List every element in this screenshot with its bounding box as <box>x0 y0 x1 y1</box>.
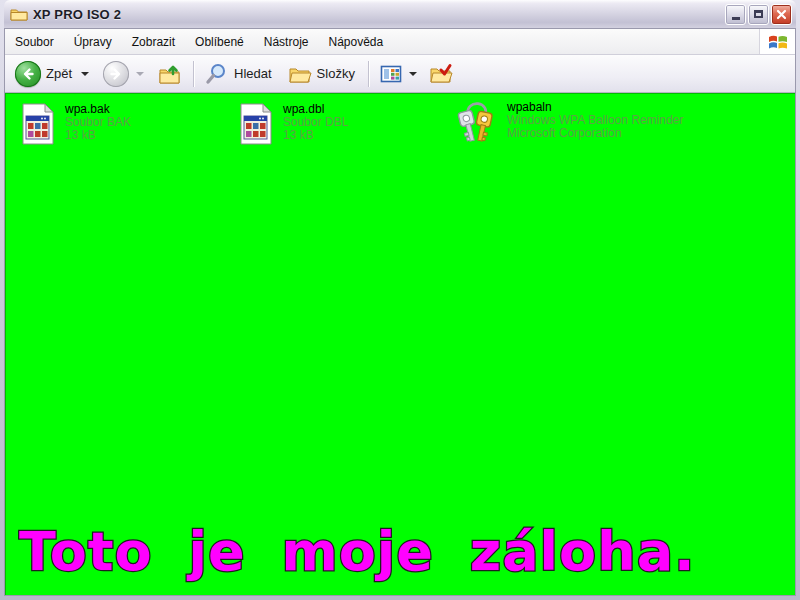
menu-oblibene[interactable]: Oblíbené <box>185 29 254 54</box>
folders-icon <box>288 62 312 86</box>
menu-zobrazit[interactable]: Zobrazit <box>122 29 185 54</box>
keys-icon <box>455 101 497 145</box>
toolbar: Zpět <box>5 55 795 93</box>
back-label: Zpět <box>46 66 74 81</box>
file-tile-text: wpa.bak Soubor BAK 13 kB <box>65 103 131 142</box>
folders-button[interactable]: Složky <box>284 60 361 88</box>
back-button[interactable]: Zpět <box>11 59 93 89</box>
back-icon <box>15 61 41 87</box>
search-label: Hledat <box>234 66 274 81</box>
forward-icon <box>103 61 129 87</box>
window-client: Soubor Úpravy Zobrazit Oblíbené Nástroje… <box>4 28 796 596</box>
close-button[interactable] <box>771 4 792 25</box>
forward-dropdown-icon <box>136 72 144 76</box>
menu-napoveda[interactable]: Nápověda <box>318 29 393 54</box>
maximize-button[interactable] <box>748 4 769 25</box>
file-list-area[interactable]: wpa.bak Soubor BAK 13 kB <box>5 93 795 595</box>
maximize-icon <box>754 10 763 18</box>
explorer-window: XP PRO ISO 2 Soubor Úpravy Zobrazit Oblí… <box>0 0 800 600</box>
minimize-icon <box>732 17 740 20</box>
folder-sync-button[interactable] <box>425 60 457 88</box>
titlebar[interactable]: XP PRO ISO 2 <box>4 0 796 28</box>
dbl-file-icon <box>239 103 273 145</box>
menu-upravy[interactable]: Úpravy <box>64 29 122 54</box>
file-tile-text: wpa.dbl Soubor DBL 13 kB <box>283 103 348 142</box>
toolbar-separator <box>193 61 194 87</box>
minimize-button[interactable] <box>725 4 746 25</box>
search-button[interactable]: Hledat <box>201 60 278 88</box>
forward-button[interactable] <box>99 59 148 89</box>
windows-logo-icon <box>767 32 789 52</box>
backup-caption: Toto je moje záloha. <box>19 520 696 583</box>
file-tile-wpa-dbl[interactable]: wpa.dbl Soubor DBL 13 kB <box>239 103 348 145</box>
file-tile-wpa-bak[interactable]: wpa.bak Soubor BAK 13 kB <box>21 103 131 145</box>
views-icon <box>380 64 402 84</box>
file-size: 13 kB <box>283 129 348 142</box>
file-size: 13 kB <box>65 129 131 142</box>
menubar-spacer <box>393 29 759 54</box>
folders-label: Složky <box>317 66 357 81</box>
menu-soubor[interactable]: Soubor <box>5 29 64 54</box>
back-dropdown-icon <box>81 72 89 76</box>
up-folder-icon <box>158 62 182 86</box>
file-tile-text: wpabaln Windows WPA Balloon Reminder Mic… <box>507 101 684 140</box>
file-company: Microsoft Corporation <box>507 127 684 140</box>
toolbar-separator <box>368 61 369 87</box>
bak-file-icon <box>21 103 55 145</box>
up-button[interactable] <box>154 60 186 88</box>
windows-logo-box <box>759 29 795 54</box>
search-icon <box>205 62 229 86</box>
file-tile-wpabaln[interactable]: wpabaln Windows WPA Balloon Reminder Mic… <box>455 101 684 145</box>
views-dropdown-icon <box>409 72 417 76</box>
menubar: Soubor Úpravy Zobrazit Oblíbené Nástroje… <box>5 29 795 55</box>
folder-icon <box>10 6 28 22</box>
close-icon <box>776 9 787 20</box>
menu-nastroje[interactable]: Nástroje <box>254 29 319 54</box>
views-button[interactable] <box>376 62 421 86</box>
window-title: XP PRO ISO 2 <box>33 7 723 22</box>
folder-check-icon <box>429 62 453 86</box>
